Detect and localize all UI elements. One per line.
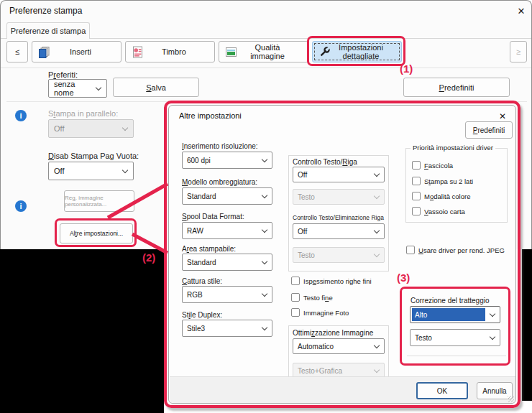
checkbox-label: Immagine Foto xyxy=(303,309,349,317)
dialog-title: Altre impostazioni xyxy=(179,111,242,120)
chevron-down-icon xyxy=(374,227,380,233)
ok-button[interactable]: OK xyxy=(416,382,468,399)
checkbox-color-mode[interactable]: Modalità colore xyxy=(412,192,470,200)
resize-grip[interactable] xyxy=(508,396,514,402)
shading-pattern-value: Standard xyxy=(187,192,216,200)
text-line-del-control-sub-select: Testo xyxy=(293,247,385,263)
tab-qualita-immagine-label: Qualità immagine xyxy=(237,43,308,60)
checkbox-two-sided[interactable]: Stampa su 2 lati xyxy=(412,177,473,185)
text-line-control-label: Controllo Testo/Riga xyxy=(293,158,357,166)
checkbox-box xyxy=(412,177,421,185)
text-line-control-value: Off xyxy=(298,171,307,179)
desktop-background xyxy=(522,249,532,401)
capture-style-select[interactable]: RGB xyxy=(182,286,272,303)
checkbox-box xyxy=(406,246,415,254)
scroll-left-button[interactable]: ≤ xyxy=(6,41,28,62)
save-button[interactable]: Salva xyxy=(113,78,199,97)
shading-pattern-select[interactable]: Standard xyxy=(182,187,272,205)
hatching-correction-sub-select[interactable]: Testo xyxy=(410,329,500,346)
image-optimization-sub-value: Testo+Grafica xyxy=(298,367,342,375)
custom-image-label: Reg. immagine personalizzata... xyxy=(65,195,134,208)
info-icon: i xyxy=(15,200,27,212)
hatching-correction-select[interactable]: Alto xyxy=(410,306,500,323)
chevron-down-icon xyxy=(374,192,380,198)
dialog-defaults-button[interactable]: Predefiniti xyxy=(465,121,513,139)
separator xyxy=(1,68,531,68)
tab-impostazioni-dettagliate-button[interactable]: Impostazioni dettagliate xyxy=(312,41,402,62)
chevron-down-icon xyxy=(262,290,267,296)
text-line-del-control-select[interactable]: Off xyxy=(293,223,385,239)
checkbox-label: Modalità colore xyxy=(424,192,470,200)
parallel-print-label: Stampa in parallelo: xyxy=(48,109,118,118)
tab-timbro-button[interactable]: Timbro xyxy=(125,41,215,62)
favorites-select[interactable]: senza nome xyxy=(48,79,107,98)
resolution-select[interactable]: 600 dpi xyxy=(182,152,272,169)
tab-inserti-label: Inserti xyxy=(50,47,121,56)
tab-inserti-button[interactable]: Inserti xyxy=(32,41,121,62)
chevron-down-icon xyxy=(374,366,380,372)
text-line-del-control-label: Controllo Testo/Eliminazione Riga xyxy=(293,214,384,221)
checkbox-label: Ispessimento righe fini xyxy=(303,277,372,285)
driver-priority-label: Priorità impostazioni driver xyxy=(411,144,495,152)
chevron-down-icon xyxy=(122,167,128,172)
checkbox-photo-image[interactable]: Immagine Foto xyxy=(291,308,349,317)
text-line-del-control-sub-value: Testo xyxy=(298,251,315,259)
scroll-left-label: ≤ xyxy=(15,47,19,56)
chevron-down-icon xyxy=(490,310,495,316)
checkbox-fine-text[interactable]: Testo fine xyxy=(291,293,333,302)
favorites-label: Preferiti: xyxy=(48,70,78,79)
dialog-defaults-label: Predefiniti xyxy=(473,126,505,134)
image-optimization-label: Ottimizzazione Immagine xyxy=(293,329,373,337)
checkbox-label: Testo fine xyxy=(303,294,333,302)
chevron-down-icon xyxy=(374,342,380,348)
chevron-down-icon xyxy=(262,226,267,232)
disable-blank-page-select[interactable]: Off xyxy=(48,162,134,180)
checkbox-collate[interactable]: Fascicola xyxy=(412,161,453,170)
close-icon[interactable]: ✕ xyxy=(513,4,530,18)
other-settings-button[interactable]: Altre impostazioni... xyxy=(60,223,133,243)
tab-qualita-immagine-button[interactable]: Qualità immagine xyxy=(219,41,308,62)
checkbox-box xyxy=(412,192,421,200)
window-title: Preferenze stampa xyxy=(9,6,82,16)
desktop-background xyxy=(0,249,164,413)
checkbox-jpeg-driver[interactable]: Usare driver per rend. JPEG xyxy=(406,246,505,254)
chevron-down-icon xyxy=(96,84,101,90)
custom-image-button[interactable]: Reg. immagine personalizzata... xyxy=(64,190,134,212)
image-optimization-select[interactable]: Automatico xyxy=(293,338,385,354)
checkbox-box xyxy=(412,207,421,215)
other-settings-label: Altre impostazioni... xyxy=(70,230,123,237)
annotation-step-2: (2) xyxy=(142,251,155,264)
checkbox-label: Usare driver per rend. JPEG xyxy=(418,246,505,254)
capture-style-value: RGB xyxy=(187,291,203,299)
annotation-step-1: (1) xyxy=(400,62,413,75)
shading-pattern-label: Modello ombreggiatura: xyxy=(182,178,257,186)
hatching-correction-sub-value: Testo xyxy=(415,334,432,342)
spool-format-select[interactable]: RAW xyxy=(182,222,272,239)
defaults-label: Predefiniti xyxy=(439,83,474,92)
text-line-control-select[interactable]: Off xyxy=(293,167,385,182)
tab-preferenze-di-stampa[interactable]: Preferenze di stampa xyxy=(6,22,90,39)
checkbox-label: Stampa su 2 lati xyxy=(424,177,473,185)
checkbox-paper-tray[interactable]: Vassoio carta xyxy=(412,207,465,215)
duplex-style-select[interactable]: Stile3 xyxy=(182,320,272,337)
checkbox-thicken-fine-lines[interactable]: Ispessimento righe fini xyxy=(291,277,372,285)
hatching-correction-value: Alto xyxy=(412,308,485,321)
image-quality-icon xyxy=(225,46,237,58)
printable-area-select[interactable]: Standard xyxy=(182,254,272,271)
tab-impostazioni-dettagliate-label: Impostazioni dettagliate xyxy=(331,43,401,60)
scroll-right-button[interactable]: ≥ xyxy=(510,41,527,62)
disable-blank-page-value: Off xyxy=(54,167,64,175)
other-settings-dialog: Altre impostazioni ✕ Predefiniti Inserim… xyxy=(168,105,516,404)
annotation-step-3: (3) xyxy=(397,272,410,284)
text-line-control-sub-value: Testo xyxy=(298,193,315,201)
tab-label: Preferenze di stampa xyxy=(11,27,86,35)
text-line-del-control-value: Off xyxy=(298,228,307,236)
defaults-button[interactable]: Predefiniti xyxy=(403,78,510,97)
image-optimization-value: Automatico xyxy=(298,343,334,351)
chevron-down-icon xyxy=(262,258,267,264)
checkbox-label: Fascicola xyxy=(424,162,453,170)
chevron-down-icon xyxy=(262,192,267,198)
duplex-style-value: Stile3 xyxy=(187,325,205,333)
wrench-icon xyxy=(318,46,331,58)
favorites-value: senza nome xyxy=(54,80,96,97)
